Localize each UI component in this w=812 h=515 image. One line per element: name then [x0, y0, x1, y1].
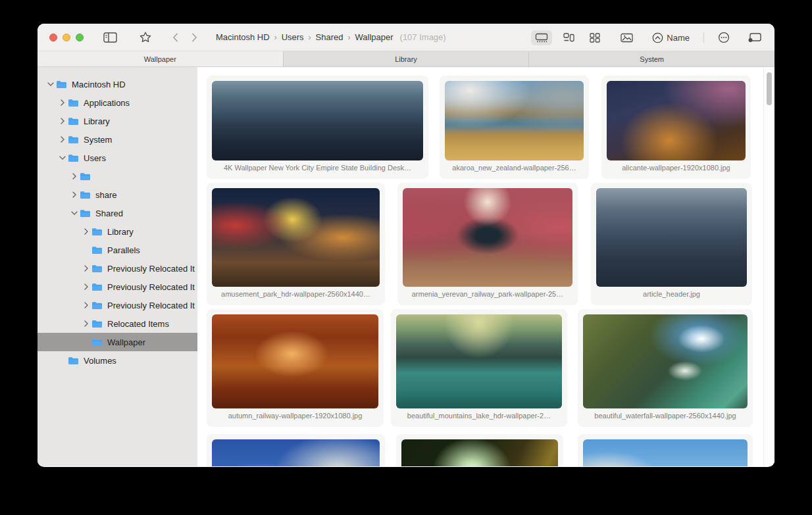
grid-cell-file-row4-night-light[interactable] [396, 434, 563, 466]
sidebar-item-previously-relocated-it[interactable]: Previously Relocated It [38, 296, 197, 314]
sort-by-label: Name [667, 33, 690, 43]
folder-label: Previously Relocated It [107, 301, 195, 310]
grid-cell-file-beautiful-waterfall[interactable]: beautiful_waterfall-wallpaper-2560x1440.… [578, 309, 753, 427]
sidebar-item-previously-relocated-it[interactable]: Previously Relocated It [38, 278, 197, 296]
sidebar-item-macintosh-hd[interactable]: Macintosh HD [38, 75, 197, 93]
breadcrumb-segment-macintosh-hd[interactable]: Macintosh HD [216, 32, 270, 42]
back-button[interactable] [168, 30, 182, 45]
view-thumbnails-icon [535, 33, 548, 43]
view-thumbnails-button[interactable] [531, 30, 552, 45]
chevron-right-icon[interactable] [81, 264, 91, 272]
forward-button[interactable] [188, 30, 201, 45]
chevron-right-icon[interactable] [81, 228, 91, 235]
sidebar-item-library[interactable]: Library [38, 222, 197, 241]
sidebar-item-wallpaper[interactable]: Wallpaper [38, 333, 197, 351]
thumbnail-image [212, 439, 380, 466]
close-button[interactable] [49, 34, 57, 41]
breadcrumb: Macintosh HD›Users›Shared›Wallpaper(107 … [216, 32, 446, 42]
thumbnail-image [396, 314, 562, 408]
grid-cell-file-akaroa-new-zealand[interactable]: akaroa_new_zealand-wallpaper-256… [440, 76, 589, 179]
sidebar-item-shared[interactable]: Shared [38, 204, 197, 222]
folder-icon [68, 135, 79, 144]
tab-wallpaper[interactable]: Wallpaper [38, 51, 283, 66]
sidebar-item-unnamed[interactable] [38, 167, 197, 185]
main-area: Macintosh HDApplicationsLibrarySystemUse… [38, 67, 774, 466]
chevron-right-icon[interactable] [81, 320, 91, 328]
file-name-caption: beautiful_waterfall-wallpaper-2560x1440.… [583, 412, 748, 422]
folder-label: Volumes [84, 356, 116, 366]
file-name-caption: alicante-wallpaper-1920x1080.jpg [607, 164, 746, 174]
sidebar-item-parallels[interactable]: Parallels [38, 241, 197, 259]
folder-icon [68, 99, 79, 107]
thumbnail-image [583, 314, 748, 408]
grid-cell-file-row4-sky-clouds[interactable] [207, 434, 385, 466]
folder-label: System [84, 135, 112, 145]
grid-cell-file-amusement-park[interactable]: amusement_park_hdr-wallpaper-2560x1440… [207, 183, 385, 305]
sidebar-item-relocated-items[interactable]: Relocated Items [38, 314, 197, 333]
grid-cell-file-article-header[interactable]: article_header.jpg [591, 183, 752, 305]
grid-cell-file-beautiful-mountains-lake[interactable]: beautiful_mountains_lake_hdr-wallpaper-2… [391, 309, 567, 427]
scrollbar-thumb[interactable] [767, 72, 772, 105]
file-name-caption: autumn_railway-wallpaper-1920x1080.jpg [212, 412, 378, 422]
more-options-button[interactable] [714, 29, 734, 46]
favorites-button[interactable] [136, 29, 155, 45]
drop-stack-button[interactable] [744, 30, 765, 45]
star-icon [140, 32, 151, 43]
chevron-right-icon[interactable] [57, 99, 68, 107]
folder-icon [91, 338, 103, 347]
grid-cell-file-alicante[interactable]: alicante-wallpaper-1920x1080.jpg [601, 76, 751, 179]
chevron-down-icon[interactable] [57, 154, 68, 162]
drop-stack-icon [748, 32, 761, 43]
chevron-right-icon[interactable] [81, 283, 91, 291]
zoom-button[interactable] [76, 34, 84, 41]
sidebar-item-library[interactable]: Library [38, 112, 197, 130]
sidebar-item-users[interactable]: Users [38, 149, 197, 167]
chevron-right-icon [191, 33, 197, 42]
folder-label: Library [84, 116, 110, 126]
grid-cell-file-row4-venice-canal[interactable] [578, 434, 753, 466]
chevron-right-icon[interactable] [69, 191, 80, 199]
sidebar-toggle-icon [103, 32, 117, 43]
view-grid-button[interactable] [586, 30, 604, 45]
sort-by-button[interactable]: Name [648, 30, 694, 46]
tab-library[interactable]: Library [283, 51, 529, 66]
chevron-right-icon[interactable] [57, 117, 68, 125]
breadcrumb-segment-users[interactable]: Users [282, 32, 304, 42]
breadcrumb-segment-shared[interactable]: Shared [316, 32, 343, 42]
thumbnail-image [401, 439, 558, 466]
chevron-right-icon[interactable] [69, 172, 80, 180]
toolbar-right: Name [531, 24, 765, 51]
thumbnail-image [212, 188, 380, 287]
folder-label: Macintosh HD [72, 80, 126, 89]
thumbnail-image [596, 188, 747, 287]
tab-system[interactable]: System [528, 51, 774, 66]
desktop-background: Macintosh HD›Users›Shared›Wallpaper(107 … [0, 0, 812, 515]
breadcrumb-segment-wallpaper[interactable]: Wallpaper [355, 32, 393, 42]
folder-icon [80, 191, 91, 199]
sidebar-item-share[interactable]: share [38, 185, 197, 204]
chevron-right-icon[interactable] [57, 135, 68, 143]
folder-icon [68, 356, 79, 365]
view-columns-icon [563, 33, 574, 43]
grid-cell-file-armenia-yerevan-railway[interactable]: armenia_yerevan_railway_park-wallpaper-2… [397, 183, 578, 305]
breadcrumb-separator: › [309, 33, 311, 42]
grid-cell-file-autumn-railway[interactable]: autumn_railway-wallpaper-1920x1080.jpg [207, 309, 384, 427]
file-name-caption: 4K Wallpaper New York City Empire State … [212, 164, 423, 174]
minimize-button[interactable] [63, 34, 70, 41]
sidebar-toggle-button[interactable] [99, 30, 121, 45]
folder-icon [91, 246, 103, 255]
chevron-down-icon[interactable] [45, 80, 56, 88]
chevron-right-icon[interactable] [81, 301, 91, 309]
folder-label: Shared [95, 208, 123, 218]
sidebar-item-system[interactable]: System [38, 130, 197, 149]
scrollbar-track[interactable] [763, 67, 774, 466]
chevron-down-icon[interactable] [69, 209, 80, 217]
view-grid-icon [590, 33, 600, 43]
view-columns-button[interactable] [559, 30, 578, 45]
grid-cell-file-4k-wallpaper-nyc[interactable]: 4K Wallpaper New York City Empire State … [207, 76, 428, 179]
view-gallery-button[interactable] [617, 30, 637, 45]
file-name-caption: armenia_yerevan_railway_park-wallpaper-2… [403, 290, 572, 300]
sidebar-item-previously-relocated-it[interactable]: Previously Relocated It [38, 259, 197, 278]
sidebar-item-volumes[interactable]: Volumes [38, 351, 197, 370]
sidebar-item-applications[interactable]: Applications [38, 93, 197, 112]
